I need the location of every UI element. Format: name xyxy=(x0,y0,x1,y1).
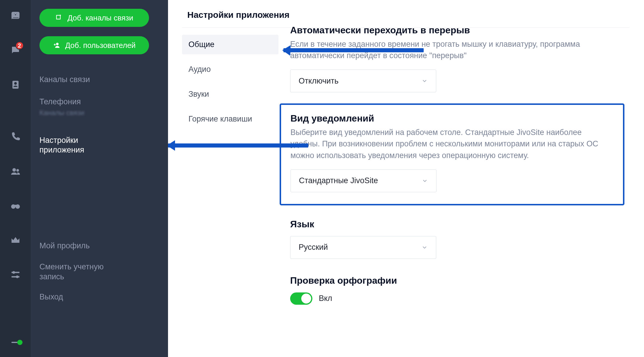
tab-sounds[interactable]: Звуки xyxy=(182,84,278,104)
chevron-down-icon xyxy=(421,244,428,251)
add-users-button[interactable]: Доб. пользователей xyxy=(39,36,149,54)
rail-settings[interactable] xyxy=(8,268,22,282)
auto-break-select-value: Отключить xyxy=(299,77,338,86)
tab-audio[interactable]: Аудио xyxy=(182,60,278,79)
team-icon xyxy=(10,166,21,176)
language-title: Язык xyxy=(290,219,617,230)
auto-break-select[interactable]: Отключить xyxy=(290,70,436,92)
language-select[interactable]: Русский xyxy=(290,236,436,259)
chat-badge: 2 xyxy=(15,41,24,50)
language-select-value: Русский xyxy=(299,243,328,252)
add-channels-label: Доб. каналы связи xyxy=(67,13,133,22)
binoculars-icon xyxy=(10,200,21,211)
chevron-down-icon xyxy=(422,178,428,184)
settings-tabs: Общие Аудио Звуки Горячие клавиши xyxy=(182,28,278,305)
rail-watch[interactable] xyxy=(8,199,22,213)
chevron-down-icon xyxy=(421,78,428,84)
rail-premium[interactable] xyxy=(8,233,22,247)
add-user-icon xyxy=(53,41,60,49)
tab-general[interactable]: Общие xyxy=(182,35,278,54)
sidebar-list: Каналы связи Телефония Каналы связи Наст… xyxy=(39,71,159,306)
sidebar-item-telephony-sub: Каналы связи xyxy=(39,109,159,117)
notifications-title: Вид уведомлений xyxy=(290,113,614,124)
svg-point-10 xyxy=(56,43,59,45)
sidebar-item-profile[interactable]: Мой профиль xyxy=(39,238,159,254)
spellcheck-toggle[interactable] xyxy=(290,292,312,305)
notifications-section: Вид уведомлений Выберите вид уведомлений… xyxy=(280,103,624,205)
rail-inbox[interactable] xyxy=(8,9,22,23)
add-channels-button[interactable]: Доб. каналы связи xyxy=(39,9,149,27)
sidebar-item-logout[interactable]: Выход xyxy=(39,289,159,306)
sidebar-item-app-settings[interactable]: Настройки приложения xyxy=(39,132,104,159)
annotation-arrow-sidebar xyxy=(168,143,308,148)
page-title: Настройки приложения xyxy=(187,10,629,20)
svg-point-2 xyxy=(14,82,17,85)
crown-icon xyxy=(10,235,21,245)
add-channel-icon xyxy=(55,14,63,22)
sidebar-item-telephony[interactable]: Телефония xyxy=(39,93,159,110)
notifications-select-value: Стандартные JivoSite xyxy=(299,176,378,185)
svg-point-4 xyxy=(16,169,19,172)
notifications-select[interactable]: Стандартные JivoSite xyxy=(290,169,437,192)
rail-status[interactable] xyxy=(8,335,22,349)
rail-team[interactable] xyxy=(8,164,22,178)
contact-icon xyxy=(10,79,21,90)
add-users-label: Доб. пользователей xyxy=(65,41,136,50)
sidebar: Доб. каналы связи Доб. пользователей Кан… xyxy=(31,0,168,357)
auto-break-title: Автоматически переходить в перерыв xyxy=(290,25,617,36)
notifications-desc: Выберите вид уведомлений на рабочем стол… xyxy=(290,127,600,161)
svg-point-8 xyxy=(12,271,15,274)
rail-contacts[interactable] xyxy=(8,78,22,92)
tab-hotkeys[interactable]: Горячие клавиши xyxy=(182,109,278,129)
settings-content: Автоматически переходить в перерыв Если … xyxy=(278,28,617,305)
spellcheck-title: Проверка орфографии xyxy=(290,275,617,286)
sliders-icon xyxy=(10,269,21,280)
rail-phone[interactable] xyxy=(8,130,22,144)
rail-chats[interactable]: 2 xyxy=(8,43,22,57)
sidebar-item-channels[interactable]: Каналы связи xyxy=(39,71,159,88)
svg-point-3 xyxy=(12,168,16,172)
annotation-arrow-tab xyxy=(283,48,424,52)
nav-rail: 2 xyxy=(0,0,31,357)
inbox-icon xyxy=(10,11,21,21)
sidebar-item-switch-account[interactable]: Сменить учетную запись xyxy=(39,259,115,285)
spellcheck-state: Вкл xyxy=(319,294,332,303)
phone-icon xyxy=(10,131,21,142)
svg-rect-7 xyxy=(15,205,16,207)
main: Настройки приложения Общие Аудио Звуки Г… xyxy=(168,0,644,357)
svg-point-9 xyxy=(16,275,18,278)
status-indicator-icon xyxy=(11,342,20,343)
